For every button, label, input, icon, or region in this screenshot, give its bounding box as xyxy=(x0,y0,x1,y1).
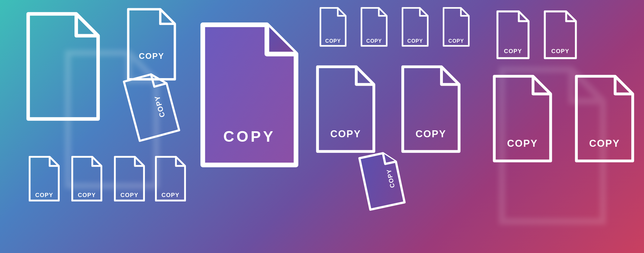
file-icon-fr-2: COPY xyxy=(540,9,581,60)
file-icon-r-sm-3: COPY xyxy=(398,6,432,47)
svg-text:COPY: COPY xyxy=(504,48,522,54)
svg-text:COPY: COPY xyxy=(325,38,341,44)
bg-icon-1 xyxy=(57,47,167,180)
svg-text:COPY: COPY xyxy=(78,192,96,198)
svg-text:COPY: COPY xyxy=(366,38,382,44)
svg-text:COPY: COPY xyxy=(223,128,276,145)
file-icon-r-lg-2: COPY xyxy=(395,63,467,155)
file-icon-center-large: COPY xyxy=(189,19,309,171)
file-icon-r-sm-4: COPY xyxy=(439,6,474,47)
svg-text:COPY: COPY xyxy=(551,48,569,54)
canvas: COPY COPY COPY COPY COPY xyxy=(0,0,644,253)
file-icon-r-sm-1: COPY xyxy=(316,6,350,47)
svg-text:COPY: COPY xyxy=(407,38,423,44)
svg-text:COPY: COPY xyxy=(448,38,464,44)
file-icon-fr-1: COPY xyxy=(492,9,534,60)
file-icon-r-lg-1: COPY xyxy=(309,63,382,155)
bg-icon-2 xyxy=(489,63,616,221)
svg-text:COPY: COPY xyxy=(330,128,361,139)
svg-text:COPY: COPY xyxy=(121,192,139,198)
svg-text:COPY: COPY xyxy=(162,192,180,198)
file-icon-r-rot: COPY xyxy=(351,147,413,213)
file-icon-r-sm-2: COPY xyxy=(357,6,391,47)
svg-text:COPY: COPY xyxy=(35,192,53,198)
svg-text:COPY: COPY xyxy=(415,128,446,139)
